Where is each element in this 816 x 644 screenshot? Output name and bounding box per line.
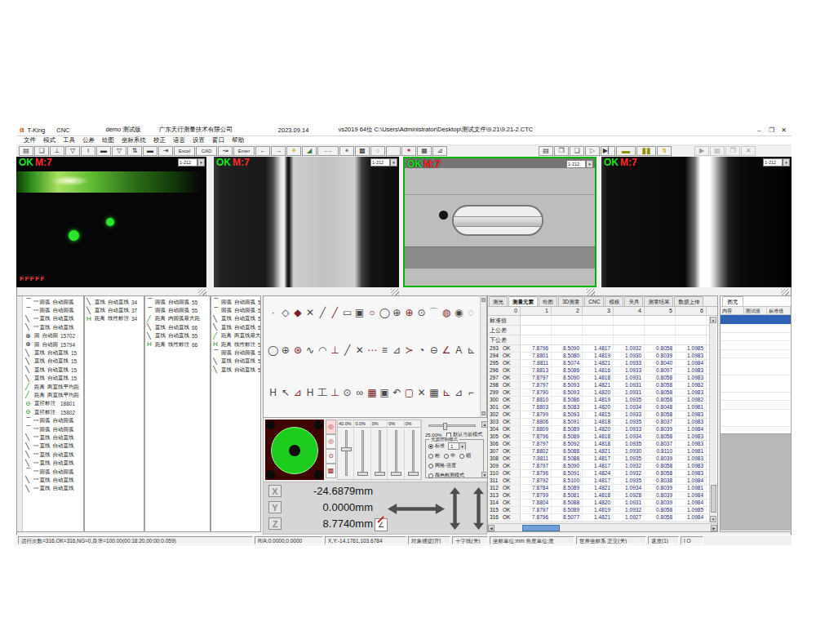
nominal-row[interactable]: 标准值 [488, 316, 717, 326]
measure-tool-icon[interactable]: · [267, 308, 279, 318]
element-list-item[interactable]: ⊕圆自动圆15702 [24, 332, 83, 340]
construct-tool-icon[interactable]: ⊿ [391, 345, 403, 356]
toolbar-button[interactable]: I [81, 146, 95, 156]
dimension-tool-icon[interactable]: ⊥ [329, 388, 341, 398]
measurement-row[interactable]: 306OK 7.8797 8.5092 1.4818 1.0935 0.8037… [488, 441, 709, 448]
mode-grid-radio[interactable] [428, 464, 433, 469]
measure-tool-icon[interactable]: ⊕ [391, 308, 403, 318]
ring-zone-icon[interactable]: ⊙ [326, 449, 336, 464]
ring-light-preview[interactable] [265, 420, 324, 480]
slider-track[interactable] [412, 430, 415, 476]
element-list-item[interactable]: ⌒***圆弧自动圆弧 [24, 298, 83, 306]
construct-tool-icon[interactable]: ≡ [379, 345, 391, 356]
element-list-item[interactable]: ╲直线自动直线15 [24, 358, 83, 366]
scrollbar-thumb[interactable] [522, 525, 560, 531]
construct-tool-icon[interactable]: A [453, 345, 465, 356]
measurement-row[interactable]: 303OK 7.8806 8.5091 1.4818 1.0935 0.8037… [488, 419, 709, 426]
construct-tool-icon[interactable]: ⊛ [291, 345, 304, 356]
selected-info-row[interactable] [721, 315, 791, 324]
results-tab[interactable]: CNC [584, 296, 604, 306]
toolbar-button[interactable]: ❐ [554, 146, 569, 156]
chevron-down-icon[interactable]: ▾ [390, 158, 397, 167]
measurement-row[interactable]: 311OK 7.8792 8.5100 1.4817 1.0935 0.8038… [488, 477, 709, 485]
dimension-tool-icon[interactable]: ▢ [403, 388, 415, 398]
camera-view-1[interactable]: OKM:7 1-212▾ FFFFF [16, 157, 206, 287]
column-header[interactable]: 5 [645, 307, 676, 315]
results-tab[interactable]: 3D测量 [558, 296, 583, 306]
slider-handle[interactable] [391, 472, 401, 476]
element-list-item[interactable]: ╱距离两直线平均距 [24, 391, 83, 399]
mode-fine-radio[interactable] [459, 454, 464, 459]
toolbar-button[interactable]: ▤ [19, 146, 33, 156]
light-channel-slider[interactable]: 0% [405, 420, 421, 479]
camera-view-3-selected[interactable]: OKM:7 1-212▾ [403, 157, 596, 287]
toolbar-button[interactable]: ← [255, 146, 270, 156]
menu-item[interactable]: 公差 [82, 136, 95, 144]
construct-tool-icon[interactable]: ╱ [341, 345, 353, 356]
measurement-row[interactable]: 316OK 7.8796 8.5077 1.4821 1.0927 0.8058… [488, 514, 709, 522]
scroll-right-icon[interactable]: ▶ [711, 525, 717, 531]
element-list-item[interactable]: ╱距离两直线最大距 [211, 332, 260, 340]
jog-z-arrows[interactable] [473, 487, 484, 530]
measurement-row[interactable]: 314OK 7.8804 8.5088 1.4820 1.0931 0.8039… [488, 500, 709, 507]
slider-handle[interactable] [357, 472, 368, 476]
element-list-item[interactable]: ╲***直线自动直线 [24, 433, 83, 442]
status-segment[interactable]: R/A:0.0000,0.0000 [255, 536, 323, 544]
mode-coarse-radio[interactable] [428, 454, 433, 459]
dimension-tool-icon[interactable]: ⊿ [453, 388, 465, 398]
chevron-down-icon[interactable]: ▾ [459, 443, 465, 450]
status-segment[interactable]: I O [681, 536, 703, 544]
menu-item[interactable]: 窗口 [212, 136, 224, 144]
toolbar-button[interactable]: ⌖ [339, 146, 354, 156]
slider-track[interactable] [361, 430, 364, 476]
dimension-tool-icon[interactable]: ⌐ [465, 388, 477, 398]
dimension-tool-icon[interactable]: ▦ [428, 388, 440, 398]
construct-tool-icon[interactable]: ⊾ [465, 345, 477, 356]
status-segment[interactable]: X,Y:-14.1761,103.6784 [325, 536, 406, 544]
measurement-row[interactable]: 312OK 7.8784 8.5089 1.4821 1.0934 0.8039… [488, 485, 709, 492]
menu-item[interactable]: 绘图 [102, 136, 114, 144]
toolbar-button[interactable]: ↝ [218, 146, 233, 156]
column-header[interactable]: 测试值 [744, 307, 768, 314]
measure-tool-icon[interactable]: ⊕ [403, 308, 415, 318]
measurement-row[interactable]: 301OK 7.8803 8.5083 1.4820 1.0934 0.8048… [488, 404, 709, 411]
column-header[interactable]: 1 [521, 307, 552, 315]
toolbar-button[interactable]: CAD [196, 146, 217, 156]
measure-tool-icon[interactable]: ◉ [453, 308, 465, 318]
slider-track[interactable] [379, 430, 381, 476]
dimension-tool-icon[interactable]: H [304, 388, 317, 398]
minimize-button[interactable]: – [753, 125, 765, 135]
chevron-down-icon[interactable]: ▾ [783, 158, 790, 167]
toolbar-button[interactable]: ▦ [417, 146, 432, 156]
menu-item[interactable]: 校正 [153, 136, 166, 144]
dimension-tool-icon[interactable]: ▣ [379, 388, 391, 398]
ring-zone-icon[interactable]: ▩ [326, 464, 336, 478]
slider-track[interactable] [395, 430, 397, 476]
toolbar-button[interactable]: ⊥ [50, 146, 64, 156]
results-tab[interactable]: 夹具 [624, 296, 643, 306]
element-list-item[interactable]: ╲***直线自动直线 [24, 442, 83, 451]
element-list-item[interactable]: ╲***直线自动直线 [24, 315, 83, 323]
results-tab[interactable]: 测量结果 [644, 296, 673, 306]
toolbar-button[interactable]: ✕ [741, 146, 756, 156]
measurement-row[interactable]: 310OK 7.8796 8.5091 1.4824 1.0932 0.8058… [488, 470, 709, 477]
slider-track[interactable] [345, 430, 348, 476]
x-axis-icon[interactable]: X [268, 485, 282, 497]
element-list-item[interactable]: ╲直线自动直线15 [24, 366, 83, 374]
toolbar-button[interactable]: ❏ [34, 146, 49, 156]
results-tab[interactable]: 测量元素 [508, 296, 538, 306]
toolbar-button[interactable]: Enter [233, 146, 255, 156]
slider-handle[interactable] [443, 423, 447, 430]
construct-tool-icon[interactable]: ⊥ [329, 345, 341, 356]
camera-zoom-select[interactable]: 1-212▾ [566, 160, 593, 168]
slider-handle[interactable] [408, 472, 419, 476]
toolbar-button[interactable]: ▮▮ [636, 146, 656, 156]
light-channel-slider[interactable]: 40.0% [338, 420, 354, 479]
element-list-item[interactable]: ╲***直线自动直线 [24, 476, 83, 484]
mode-standard-radio[interactable] [428, 444, 433, 449]
dimension-tool-icon[interactable]: ↖ [279, 388, 291, 398]
measurement-row[interactable]: 297OK 7.8797 8.5090 1.4818 1.0931 0.8058… [488, 375, 709, 382]
construct-tool-icon[interactable]: ◯ [267, 345, 279, 356]
element-list-item[interactable]: ╲直线自动直线66 [145, 323, 210, 331]
measure-tool-icon[interactable]: ◍ [440, 308, 452, 318]
